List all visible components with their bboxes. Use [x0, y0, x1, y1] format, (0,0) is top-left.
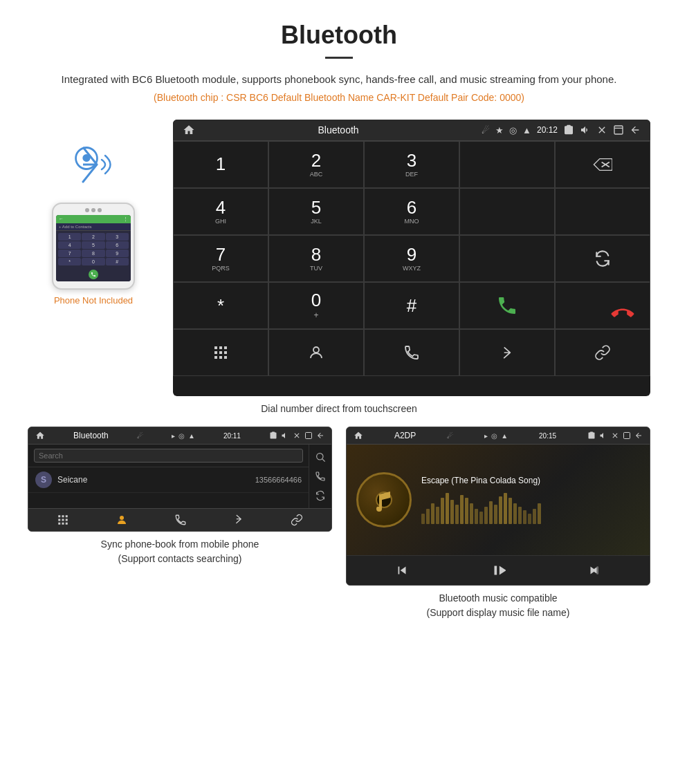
dial-key-1[interactable]: 1: [173, 141, 268, 188]
pb-bottom-link-icon[interactable]: [291, 514, 303, 526]
music-bar-12: [479, 512, 483, 524]
phone-key-5[interactable]: 5: [82, 241, 104, 249]
pb-bottom-bt-icon[interactable]: [233, 514, 244, 526]
dial-refresh-button[interactable]: [555, 235, 650, 282]
pb-contact-name: Seicane: [57, 475, 250, 485]
dial-grid-icon[interactable]: [173, 329, 268, 376]
pb-close-icon[interactable]: [293, 431, 301, 440]
dialpad-grid: 1 2 ABC 3 DEF 4 GHI: [173, 141, 650, 376]
dial-key-5[interactable]: 5 JKL: [268, 188, 364, 235]
music-status-icons: ▸ ◎ ▲: [484, 432, 508, 440]
dial-key-hash[interactable]: #: [364, 282, 459, 329]
dial-key-star[interactable]: *: [173, 282, 268, 329]
phone-key-6[interactable]: 6: [106, 241, 129, 249]
dial-key-9[interactable]: 9 WXYZ: [364, 235, 459, 282]
music-prev-button[interactable]: [394, 563, 410, 578]
phone-key-8[interactable]: 8: [82, 250, 104, 257]
phone-add-contact: + Add to Contacts: [56, 223, 131, 231]
phone-key-star[interactable]: *: [58, 258, 81, 265]
dial-empty-4: [459, 235, 555, 282]
dial-key-8[interactable]: 8 TUV: [268, 235, 364, 282]
pb-content: S Seicane 13566664466: [28, 445, 331, 508]
pb-side-icons: [309, 445, 331, 508]
phonebook-item: Bluetooth ☄ ▸ ◎ ▲ 20:11: [28, 427, 332, 620]
dial-call-green-button[interactable]: [459, 282, 555, 329]
window-icon[interactable]: [613, 124, 624, 136]
phone-key-3[interactable]: 3: [106, 233, 129, 241]
music-camera-icon[interactable]: [587, 431, 596, 440]
phone-key-hash[interactable]: #: [106, 258, 129, 265]
dial-key-0[interactable]: 0 +: [268, 282, 364, 329]
phone-call-row: [56, 268, 131, 281]
music-bar-14: [489, 501, 493, 524]
bluetooth-icon-area: ⦿: [66, 140, 121, 189]
bluetooth-symbol-icon: ⦿: [73, 144, 100, 175]
phone-device: ← ⋮ + Add to Contacts 1 2 3 4 5 6 7 8 9: [52, 203, 135, 290]
phonebook-caption-line2: (Support contacts searching): [118, 553, 242, 564]
dial-sub-7: PQRS: [212, 265, 230, 272]
dial-bluetooth-icon[interactable]: [459, 329, 555, 376]
dial-link-icon[interactable]: [555, 329, 650, 376]
pb-avatar: S: [35, 472, 52, 488]
pb-bottom-phone-icon[interactable]: [174, 514, 187, 526]
svg-line-16: [322, 459, 325, 462]
home-icon[interactable]: [183, 124, 195, 136]
phone-key-0[interactable]: 0: [82, 258, 104, 265]
music-playpause-button[interactable]: [491, 563, 506, 578]
dial-key-4[interactable]: 4 GHI: [173, 188, 268, 235]
svg-rect-24: [62, 523, 64, 525]
dial-delete-button[interactable]: [555, 141, 650, 188]
phone-menu-icon: ⋮: [123, 216, 128, 222]
phone-key-9[interactable]: 9: [106, 250, 129, 257]
dial-key-7[interactable]: 7 PQRS: [173, 235, 268, 282]
svg-point-15: [317, 454, 323, 460]
back-icon[interactable]: [630, 124, 641, 136]
music-home-icon[interactable]: [354, 431, 363, 440]
location-icon: ◎: [509, 125, 517, 136]
dial-key-2[interactable]: 2 ABC: [268, 141, 364, 188]
music-title: A2DP: [394, 431, 416, 440]
phone-key-4[interactable]: 4: [58, 241, 81, 249]
dial-num-4: 4: [216, 198, 226, 216]
dial-contact-icon[interactable]: [268, 329, 364, 376]
svg-rect-21: [62, 519, 64, 521]
music-volume-icon[interactable]: [599, 431, 607, 440]
pb-contact-row[interactable]: S Seicane 13566664466: [28, 467, 309, 493]
pb-call-side-icon[interactable]: [315, 471, 326, 482]
phone-call-button[interactable]: [89, 270, 98, 279]
phone-key-2[interactable]: 2: [82, 233, 104, 241]
pb-title: Bluetooth: [73, 431, 109, 440]
music-window-icon[interactable]: [623, 431, 631, 440]
bottom-row: Bluetooth ☄ ▸ ◎ ▲ 20:11: [28, 427, 650, 620]
dial-phone-icon[interactable]: [364, 329, 459, 376]
dial-sub-6: MNO: [405, 218, 419, 225]
music-back-icon[interactable]: [634, 431, 643, 440]
camera-icon[interactable]: [563, 124, 574, 136]
pb-bottom-grid-icon[interactable]: [57, 514, 69, 526]
dialpad-caption: Dial number direct from touchscreen: [28, 403, 650, 414]
dial-key-3[interactable]: 3 DEF: [364, 141, 459, 188]
pb-search-side-icon[interactable]: [315, 451, 326, 463]
music-right-icons: [587, 431, 643, 440]
pb-search-row: [28, 445, 309, 467]
pb-back-icon[interactable]: [316, 431, 324, 440]
pb-window-icon[interactable]: [304, 431, 313, 440]
pb-search-input[interactable]: [34, 449, 303, 463]
pb-volume-icon[interactable]: [281, 431, 289, 440]
volume-icon[interactable]: [580, 124, 591, 136]
pb-bottom-user-icon[interactable]: [116, 514, 128, 526]
close-icon[interactable]: [596, 124, 607, 136]
music-caption-line1: Bluetooth music compatible: [439, 592, 557, 604]
pb-refresh-side-icon[interactable]: [315, 490, 326, 501]
music-close-icon[interactable]: [611, 431, 619, 440]
pb-camera-icon[interactable]: [269, 431, 277, 440]
dial-key-6[interactable]: 6 MNO: [364, 188, 459, 235]
dial-call-red-button[interactable]: [555, 282, 650, 329]
phone-key-1[interactable]: 1: [58, 233, 81, 241]
music-screen: A2DP ☄ ▸ ◎ ▲ 20:15: [346, 427, 650, 586]
pb-home-icon[interactable]: [35, 431, 45, 440]
music-next-button[interactable]: [587, 563, 602, 578]
music-caption: Bluetooth music compatible (Support disp…: [427, 591, 570, 620]
music-bar-6: [450, 500, 454, 524]
phone-key-7[interactable]: 7: [58, 250, 81, 257]
